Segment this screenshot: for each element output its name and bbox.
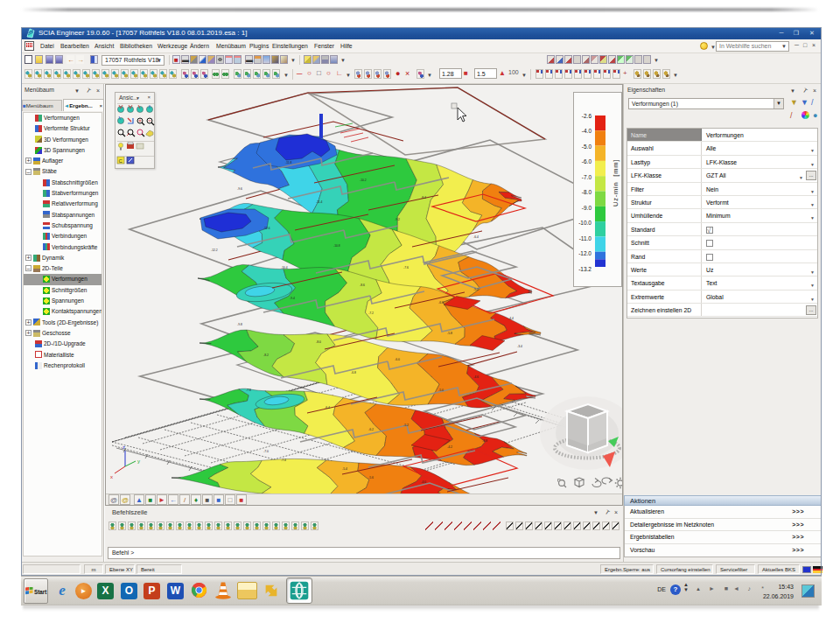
svg-text:-4.0: -4.0 [421, 480, 426, 484]
svg-text:-11.0: -11.0 [579, 235, 592, 242]
svg-text:-10.2: -10.2 [360, 178, 367, 182]
svg-text:-9.8: -9.8 [237, 323, 242, 326]
svg-text:-8.0: -8.0 [582, 189, 592, 195]
svg-text:y: y [137, 458, 140, 464]
svg-text:-8.2: -8.2 [263, 354, 269, 357]
svg-text:-5.0: -5.0 [582, 144, 592, 150]
svg-text:-5.8: -5.8 [447, 332, 452, 335]
svg-text:-9.0: -9.0 [582, 205, 592, 211]
svg-text:-2.6: -2.6 [582, 113, 592, 119]
svg-text:-12.2: -12.2 [211, 248, 218, 252]
svg-text:z: z [122, 444, 125, 450]
svg-text:-5.4: -5.4 [342, 467, 347, 471]
svg-text:Uz-min [mm]: Uz-min [mm] [612, 159, 620, 206]
svg-text:-5.2: -5.2 [473, 288, 479, 291]
svg-text:-6.8: -6.8 [351, 371, 356, 374]
svg-text:-7.6: -7.6 [403, 266, 409, 270]
svg-text:-10.4: -10.4 [281, 266, 288, 270]
svg-text:-7.2: -7.2 [368, 312, 374, 315]
svg-text:-11.8: -11.8 [285, 161, 292, 164]
svg-text:-4.4: -4.4 [508, 317, 514, 320]
svg-text:-3.8: -3.8 [482, 439, 487, 443]
svg-text:-10.0: -10.0 [578, 220, 592, 226]
svg-text:-4.2: -4.2 [447, 445, 452, 449]
svg-text:-5.0: -5.0 [438, 388, 444, 392]
svg-text:-4.0: -4.0 [582, 128, 592, 134]
svg-text:-7.0: -7.0 [582, 174, 592, 180]
svg-text:-5.2: -5.2 [403, 424, 409, 427]
svg-text:-6.0: -6.0 [395, 358, 400, 361]
svg-text:-8.0: -8.0 [316, 340, 321, 344]
svg-text:-11.4: -11.4 [316, 200, 323, 204]
svg-text:-3.4: -3.4 [517, 345, 522, 348]
svg-text:-6.2: -6.2 [368, 428, 374, 431]
svg-text:-6.4: -6.4 [473, 235, 479, 239]
svg-text:-12.6: -12.6 [263, 227, 270, 230]
svg-text:-10.8: -10.8 [333, 244, 340, 248]
svg-text:-9.2: -9.2 [395, 218, 400, 221]
svg-text:-7.8: -7.8 [246, 388, 251, 392]
svg-text:-12.0: -12.0 [578, 250, 592, 256]
svg-text:-13.2: -13.2 [578, 266, 592, 272]
svg-text:-4.6: -4.6 [473, 375, 479, 379]
svg-text:-7.0: -7.0 [263, 450, 269, 453]
svg-text:C: C [119, 158, 123, 164]
svg-text:-5.6: -5.6 [368, 476, 374, 480]
svg-text:-6.0: -6.0 [582, 158, 592, 164]
svg-text:-8.4: -8.4 [421, 196, 426, 200]
svg-text:-8.6: -8.6 [360, 284, 365, 287]
svg-text:-9.6: -9.6 [237, 187, 242, 191]
svg-text:-7.4: -7.4 [281, 458, 286, 462]
svg-text:-9.4: -9.4 [290, 297, 295, 300]
svg-text:x: x [110, 474, 113, 480]
svg-text:-6.4: -6.4 [325, 406, 330, 410]
svg-text:-6.6: -6.6 [438, 301, 444, 304]
